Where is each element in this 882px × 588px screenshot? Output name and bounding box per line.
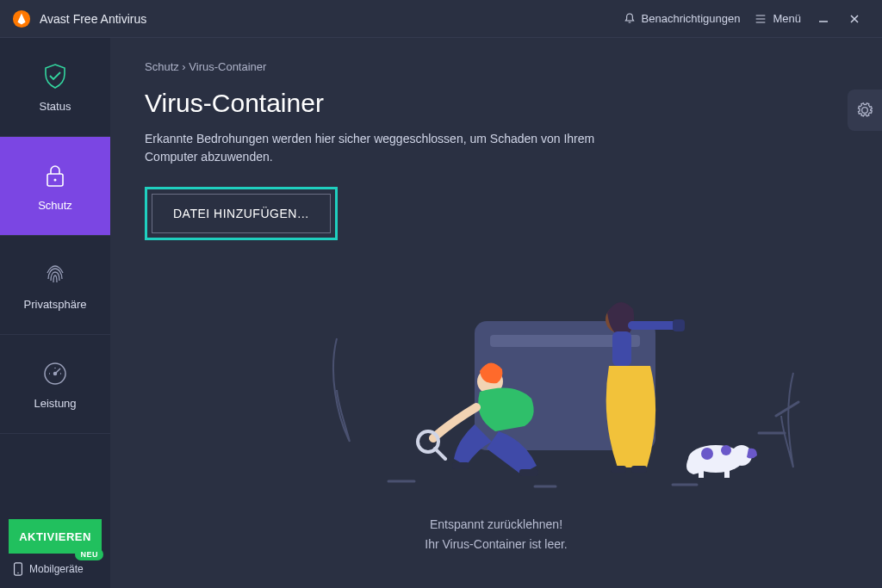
shield-check-icon bbox=[40, 62, 70, 91]
sidebar-item-label: Schutz bbox=[38, 199, 72, 212]
minimize-icon bbox=[817, 13, 829, 25]
empty-state-text: Entspannt zurücklehnen! Ihr Virus-Contai… bbox=[110, 515, 882, 554]
empty-state-illustration bbox=[257, 279, 848, 511]
svg-rect-13 bbox=[611, 466, 626, 473]
empty-line-2: Ihr Virus-Container ist leer. bbox=[110, 535, 882, 554]
hamburger-icon bbox=[754, 12, 767, 26]
menu-label: Menü bbox=[773, 12, 801, 25]
settings-flyout-button[interactable] bbox=[848, 90, 882, 131]
breadcrumb-leaf: Virus-Container bbox=[189, 60, 266, 73]
close-icon bbox=[848, 13, 860, 25]
svg-rect-11 bbox=[628, 321, 680, 330]
svg-point-2 bbox=[54, 178, 57, 181]
add-file-highlight: DATEI HINZUFÜGEN… bbox=[145, 187, 338, 240]
svg-point-23 bbox=[721, 445, 731, 455]
svg-rect-24 bbox=[699, 469, 704, 478]
sidebar-item-label: Status bbox=[40, 100, 71, 113]
sidebar-item-label: Leistung bbox=[34, 397, 76, 410]
svg-point-6 bbox=[17, 573, 18, 573]
close-button[interactable] bbox=[839, 3, 870, 34]
page-title: Virus-Container bbox=[145, 89, 848, 118]
titlebar: Avast Free Antivirus Benachrichtigungen … bbox=[0, 0, 882, 38]
breadcrumb-root[interactable]: Schutz bbox=[145, 60, 179, 73]
sidebar-item-status[interactable]: Status bbox=[0, 38, 110, 137]
gear-icon bbox=[856, 102, 873, 119]
svg-point-4 bbox=[54, 372, 57, 374]
main-content: Schutz › Virus-Container Virus-Container… bbox=[110, 38, 882, 588]
minimize-button[interactable] bbox=[808, 3, 839, 34]
breadcrumb: Schutz › Virus-Container bbox=[145, 60, 848, 73]
phone-icon bbox=[12, 562, 24, 576]
empty-line-1: Entspannt zurücklehnen! bbox=[110, 515, 882, 534]
notifications-label: Benachrichtigungen bbox=[642, 12, 741, 25]
notifications-button[interactable]: Benachrichtigungen bbox=[616, 9, 748, 29]
bell-icon bbox=[623, 12, 637, 26]
svg-rect-14 bbox=[631, 466, 647, 473]
svg-line-19 bbox=[435, 449, 445, 459]
svg-rect-17 bbox=[452, 462, 469, 469]
gauge-icon bbox=[40, 359, 70, 388]
svg-rect-25 bbox=[724, 469, 730, 478]
svg-rect-12 bbox=[673, 319, 685, 331]
sidebar-item-label: Privatsphäre bbox=[24, 298, 87, 311]
add-file-button[interactable]: DATEI HINZUFÜGEN… bbox=[152, 194, 331, 233]
sidebar-item-performance[interactable]: Leistung bbox=[0, 335, 110, 434]
sidebar-item-privacy[interactable]: Privatsphäre bbox=[0, 236, 110, 335]
lock-icon bbox=[40, 161, 70, 190]
svg-rect-10 bbox=[612, 331, 631, 366]
app-title: Avast Free Antivirus bbox=[40, 12, 146, 26]
fingerprint-icon bbox=[40, 260, 70, 289]
svg-rect-16 bbox=[519, 469, 538, 476]
svg-point-22 bbox=[701, 448, 713, 460]
menu-button[interactable]: Menü bbox=[747, 9, 808, 29]
mobile-devices-link[interactable]: NEU Mobilgeräte bbox=[9, 562, 102, 576]
sidebar-item-protection[interactable]: Schutz bbox=[0, 137, 110, 236]
page-description: Erkannte Bedrohungen werden hier sicher … bbox=[145, 130, 627, 166]
sidebar: Status Schutz Privatsphäre bbox=[0, 38, 110, 588]
mobile-label: Mobilgeräte bbox=[29, 563, 84, 575]
new-badge: NEU bbox=[75, 548, 103, 560]
avast-logo-icon bbox=[12, 9, 31, 28]
